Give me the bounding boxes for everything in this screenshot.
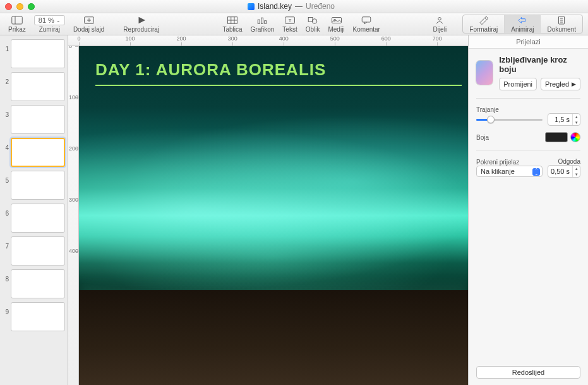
start-transition-label: Pokreni prijelaz — [476, 159, 543, 166]
delay-stepper[interactable]: 0,50 s ▴▾ — [548, 165, 580, 178]
slide-number: 7 — [3, 236, 9, 250]
slide-thumbnail[interactable]: 4 — [3, 138, 65, 167]
insert-shape-button[interactable]: Oblik — [303, 15, 323, 33]
svg-marker-5 — [138, 17, 145, 24]
insert-table-button[interactable]: Tablica — [219, 15, 245, 33]
preview-transition-button[interactable]: Pregled▶ — [541, 78, 580, 90]
document-filename: Island.key — [258, 2, 292, 11]
slide-thumbnail[interactable]: 5 — [3, 171, 65, 200]
slide-number: 5 — [3, 171, 9, 184]
svg-text:T: T — [289, 18, 292, 23]
transition-swatch-icon — [476, 61, 493, 85]
format-inspector-tab[interactable]: Formatiraj — [463, 15, 504, 33]
svg-rect-0 — [12, 16, 23, 24]
color-label: Boja — [476, 134, 489, 141]
delay-label: Odgoda — [548, 158, 580, 165]
insert-comment-button[interactable]: Komentar — [350, 15, 383, 33]
slide-thumbnail-preview — [11, 105, 65, 134]
slide-number: 9 — [3, 302, 9, 315]
slide-number: 4 — [3, 138, 9, 151]
document-inspector-tab[interactable]: Dokument — [540, 15, 582, 33]
svg-rect-12 — [265, 21, 267, 24]
svg-rect-11 — [261, 18, 263, 23]
inspector-section-title: Prijelazi — [469, 35, 588, 49]
duration-stepper[interactable]: 1,5 s ▴▾ — [548, 113, 580, 126]
slide-thumbnail-preview — [11, 236, 65, 266]
fullscreen-window-button[interactable] — [28, 3, 35, 10]
slide-canvas-viewport[interactable]: DAY 1: AURORA BOREALIS — [79, 46, 468, 385]
vertical-ruler: 0100200300400 — [68, 46, 79, 385]
view-menu-button[interactable]: Prikaz — [5, 15, 29, 33]
animate-inspector-tab[interactable]: Animiraj — [504, 15, 540, 33]
slide-number: 8 — [3, 269, 9, 283]
slide-number: 1 — [3, 39, 9, 52]
transition-color-well[interactable] — [545, 132, 568, 142]
window-titlebar: Island.key — Uređeno — [0, 0, 588, 13]
svg-rect-17 — [332, 18, 341, 23]
svg-rect-10 — [258, 20, 260, 23]
slide-navigator[interactable]: 1ICELAND23456789 — [0, 35, 68, 385]
minimize-window-button[interactable] — [16, 3, 23, 10]
close-window-button[interactable] — [5, 3, 12, 10]
share-button[interactable]: Dijeli — [429, 15, 450, 33]
slide-thumbnail[interactable]: 1ICELAND — [3, 39, 65, 68]
start-transition-select[interactable]: Na klikanje ⌃⌄ — [476, 166, 543, 177]
main-toolbar: Prikaz 81 %⌄ Zumiraj Dodaj slajd Reprodu… — [0, 13, 588, 35]
document-edited-status: Uređeno — [306, 2, 335, 11]
insert-text-button[interactable]: T Tekst — [279, 15, 300, 33]
slide-thumbnail[interactable]: 2 — [3, 72, 65, 101]
slide-thumbnail[interactable]: 8 — [3, 269, 65, 298]
slide-thumbnail[interactable]: 9 — [3, 302, 65, 331]
play-button[interactable]: Reproduciraj — [109, 15, 173, 33]
zoom-menu-button[interactable]: 81 %⌄ Zumiraj — [31, 15, 68, 33]
slide-thumbnail-preview — [11, 302, 65, 331]
slide-thumbnail-preview — [11, 171, 65, 200]
horizontal-ruler: 0100200300400500600700 — [68, 35, 468, 46]
slide-title-text[interactable]: DAY 1: AURORA BOREALIS — [95, 60, 455, 86]
slide-thumbnail[interactable]: 6 — [3, 204, 65, 233]
inspector-panel: Prijelazi Izbljeđivanje kroz boju Promij… — [468, 35, 588, 385]
insert-media-button[interactable]: Mediji — [325, 15, 347, 33]
document-type-icon — [248, 3, 255, 10]
transition-name-label: Izbljeđivanje kroz boju — [499, 55, 580, 74]
slide-thumbnail-preview — [11, 138, 65, 167]
duration-label: Trajanje — [476, 106, 580, 113]
svg-point-20 — [438, 18, 441, 21]
insert-chart-button[interactable]: Grafikon — [248, 15, 278, 33]
slide-thumbnail-preview — [11, 72, 65, 101]
inspector-tabs: Formatiraj Animiraj Dokument — [462, 15, 583, 34]
slide-number: 3 — [3, 105, 9, 118]
slide-thumbnail-preview: ICELAND — [11, 39, 65, 68]
slide-thumbnail[interactable]: 7 — [3, 236, 65, 266]
change-transition-button[interactable]: Promijeni — [499, 78, 537, 90]
slide-thumbnail-preview — [11, 204, 65, 233]
color-picker-icon[interactable] — [570, 132, 580, 142]
build-order-button[interactable]: Redoslijed — [476, 366, 580, 379]
svg-rect-19 — [363, 17, 371, 22]
window-controls — [5, 3, 35, 10]
slide-number: 2 — [3, 72, 9, 85]
slide-thumbnail[interactable]: 3 — [3, 105, 65, 134]
canvas-area: 0100200300400500600700 0100200300400 DAY… — [68, 35, 468, 385]
add-slide-button[interactable]: Dodaj slajd — [70, 15, 107, 33]
duration-slider[interactable] — [476, 115, 543, 124]
current-slide[interactable]: DAY 1: AURORA BOREALIS — [79, 46, 468, 385]
slide-number: 6 — [3, 204, 9, 217]
slide-thumbnail-preview — [11, 269, 65, 298]
